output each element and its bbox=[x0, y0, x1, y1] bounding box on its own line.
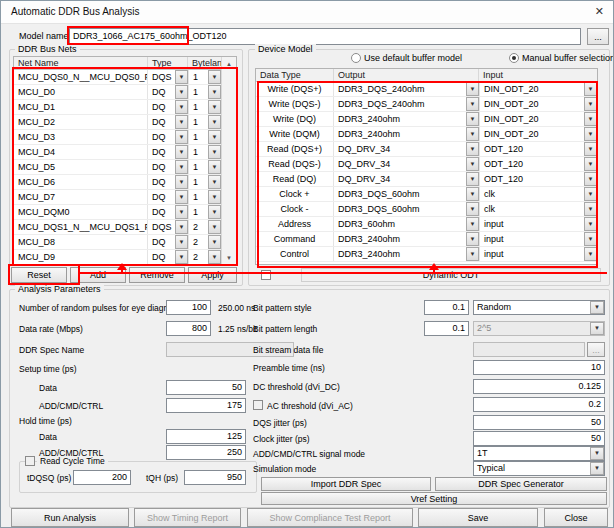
model-name-input[interactable]: DDR3_1066_AC175_60ohm_ODT120 bbox=[69, 28, 581, 45]
table-row[interactable]: ControlDDR3_240ohm▼input▼ bbox=[256, 247, 597, 262]
chevron-down-icon[interactable]: ▼ bbox=[466, 232, 479, 246]
chevron-down-icon[interactable]: ▼ bbox=[175, 70, 188, 84]
chevron-down-icon[interactable]: ▼ bbox=[584, 127, 597, 141]
table-row[interactable]: Write (DQS+)DDR3_DQS_240ohm▼DIN_ODT_20▼ bbox=[256, 82, 597, 97]
chevron-down-icon[interactable]: ▼ bbox=[466, 202, 479, 216]
table-row[interactable]: Read (DQ)DQ_DRV_34▼ODT_120▼ bbox=[256, 172, 597, 187]
table-row[interactable]: Read (DQS-)DQ_DRV_34▼ODT_120▼ bbox=[256, 157, 597, 172]
chevron-down-icon[interactable]: ▼ bbox=[590, 447, 604, 460]
chevron-down-icon[interactable]: ▼ bbox=[466, 112, 479, 126]
apply-button[interactable]: Apply bbox=[188, 267, 237, 283]
chevron-down-icon[interactable]: ▼ bbox=[584, 187, 597, 201]
dynamic-odt-button[interactable]: Dynamic ODT bbox=[301, 268, 601, 282]
chevron-down-icon[interactable]: ▼ bbox=[584, 202, 597, 216]
chevron-down-icon[interactable]: ▼ bbox=[175, 205, 188, 219]
bus-nets-scrollbar[interactable]: ▲ ▼ bbox=[221, 57, 236, 265]
scroll-up-icon[interactable]: ▲ bbox=[222, 57, 236, 71]
chevron-down-icon[interactable]: ▼ bbox=[584, 232, 597, 246]
table-row[interactable]: MCU_D9DQ▼2▼ bbox=[14, 250, 236, 265]
hold-acc-input[interactable]: 250 bbox=[166, 445, 246, 460]
tdqsq-input[interactable]: 200 bbox=[73, 470, 131, 485]
run-analysis-button[interactable]: Run Analysis bbox=[11, 508, 129, 527]
bit-length-input[interactable]: 0.1 bbox=[424, 321, 469, 336]
chevron-down-icon[interactable]: ▼ bbox=[208, 85, 221, 99]
chevron-down-icon[interactable]: ▼ bbox=[584, 247, 597, 261]
close-button[interactable]: Close bbox=[544, 508, 608, 527]
chevron-down-icon[interactable]: ▼ bbox=[175, 220, 188, 234]
chevron-down-icon[interactable]: ▼ bbox=[208, 160, 221, 174]
chevron-down-icon[interactable]: ▼ bbox=[208, 130, 221, 144]
table-row[interactable]: Clock -DDR3_DQS_60ohm▼clk▼ bbox=[256, 202, 597, 217]
chevron-down-icon[interactable]: ▼ bbox=[208, 205, 221, 219]
column-header-output[interactable]: Output bbox=[334, 69, 479, 81]
hold-data-input[interactable]: 125 bbox=[166, 429, 246, 444]
table-row[interactable]: MCU_D7DQ▼1▼ bbox=[14, 190, 236, 205]
sim-mode-select[interactable]: Typical▼ bbox=[473, 461, 605, 476]
column-header-data-type[interactable]: Data Type bbox=[256, 69, 334, 81]
chevron-down-icon[interactable]: ▼ bbox=[175, 85, 188, 99]
table-row[interactable]: MCU_D4DQ▼1▼ bbox=[14, 145, 236, 160]
vref-setting-button[interactable]: Vref Setting bbox=[261, 492, 607, 505]
remove-button[interactable]: Remove bbox=[129, 267, 185, 283]
chevron-down-icon[interactable]: ▼ bbox=[466, 157, 479, 171]
dc-threshold-input[interactable]: 0.125 bbox=[473, 379, 605, 394]
setup-acc-input[interactable]: 175 bbox=[166, 398, 246, 413]
pulses-input[interactable]: 100 bbox=[166, 300, 211, 315]
chevron-down-icon[interactable]: ▼ bbox=[584, 142, 597, 156]
chevron-down-icon[interactable]: ▼ bbox=[466, 247, 479, 261]
dqs-jitter-input[interactable]: 50 bbox=[473, 415, 605, 430]
chevron-down-icon[interactable]: ▼ bbox=[208, 145, 221, 159]
chevron-down-icon[interactable]: ▼ bbox=[590, 462, 604, 475]
chevron-down-icon[interactable]: ▼ bbox=[466, 142, 479, 156]
chevron-down-icon[interactable]: ▼ bbox=[584, 157, 597, 171]
table-row[interactable]: MCU_D5DQ▼1▼ bbox=[14, 160, 236, 175]
chevron-down-icon[interactable]: ▼ bbox=[175, 130, 188, 144]
ac-threshold-checkbox[interactable] bbox=[253, 400, 263, 410]
table-row[interactable]: Write (DQ)DDR3_240ohm▼DIN_ODT_20▼ bbox=[256, 112, 597, 127]
table-row[interactable]: MCU_DQM0DQ▼1▼ bbox=[14, 205, 236, 220]
table-row[interactable]: Write (DQS-)DDR3_DQS_240ohm▼DIN_ODT_20▼ bbox=[256, 97, 597, 112]
table-row[interactable]: Read (DQS+)DQ_DRV_34▼ODT_120▼ bbox=[256, 142, 597, 157]
chevron-down-icon[interactable]: ▼ bbox=[466, 187, 479, 201]
chevron-down-icon[interactable]: ▼ bbox=[208, 190, 221, 204]
chevron-down-icon[interactable]: ▼ bbox=[584, 112, 597, 126]
chevron-down-icon[interactable]: ▼ bbox=[208, 70, 221, 84]
chevron-down-icon[interactable]: ▼ bbox=[208, 220, 221, 234]
chevron-down-icon[interactable]: ▼ bbox=[208, 115, 221, 129]
chevron-down-icon[interactable]: ▼ bbox=[590, 301, 604, 314]
table-row[interactable]: MCU_DQS0_N__MCU_DQS0_PDQS▼1▼ bbox=[14, 70, 236, 85]
chevron-down-icon[interactable]: ▼ bbox=[584, 172, 597, 186]
table-row[interactable]: MCU_D0DQ▼1▼ bbox=[14, 85, 236, 100]
chevron-down-icon[interactable]: ▼ bbox=[175, 160, 188, 174]
column-header-input[interactable]: Input bbox=[479, 69, 597, 81]
dynamic-odt-checkbox[interactable] bbox=[261, 270, 271, 280]
chevron-down-icon[interactable]: ▼ bbox=[466, 217, 479, 231]
table-row[interactable]: MCU_D8DQ▼2▼ bbox=[14, 235, 236, 250]
default-buffer-radio[interactable] bbox=[351, 53, 361, 63]
chevron-down-icon[interactable]: ▼ bbox=[175, 235, 188, 249]
clock-jitter-input[interactable]: 50 bbox=[473, 431, 605, 446]
chevron-down-icon[interactable]: ▼ bbox=[175, 190, 188, 204]
bit-style-select[interactable]: Random▼ bbox=[473, 300, 605, 315]
bit-style-input[interactable]: 0.1 bbox=[424, 300, 469, 315]
close-icon[interactable]: ✕ bbox=[595, 5, 604, 18]
chevron-down-icon[interactable]: ▼ bbox=[175, 145, 188, 159]
chevron-down-icon[interactable]: ▼ bbox=[175, 100, 188, 114]
chevron-down-icon[interactable]: ▼ bbox=[175, 250, 188, 264]
table-row[interactable]: MCU_D2DQ▼1▼ bbox=[14, 115, 236, 130]
table-row[interactable]: MCU_D6DQ▼1▼ bbox=[14, 175, 236, 190]
chevron-down-icon[interactable]: ▼ bbox=[466, 172, 479, 186]
table-row[interactable]: MCU_D1DQ▼1▼ bbox=[14, 100, 236, 115]
manual-buffer-radio[interactable] bbox=[509, 53, 519, 63]
column-header-bytelane[interactable]: Bytelane bbox=[188, 57, 221, 69]
chevron-down-icon[interactable]: ▼ bbox=[175, 175, 188, 189]
chevron-down-icon[interactable]: ▼ bbox=[466, 127, 479, 141]
chevron-down-icon[interactable]: ▼ bbox=[175, 115, 188, 129]
setup-data-input[interactable]: 50 bbox=[166, 380, 246, 395]
chevron-down-icon[interactable]: ▼ bbox=[208, 235, 221, 249]
table-row[interactable]: Write (DQM)DDR3_240ohm▼DIN_ODT_20▼ bbox=[256, 127, 597, 142]
reset-button[interactable]: Reset bbox=[11, 267, 67, 283]
table-row[interactable]: CommandDDR3_240ohm▼input▼ bbox=[256, 232, 597, 247]
save-button[interactable]: Save bbox=[418, 508, 538, 527]
column-header-net-name[interactable]: Net Name bbox=[14, 57, 148, 69]
